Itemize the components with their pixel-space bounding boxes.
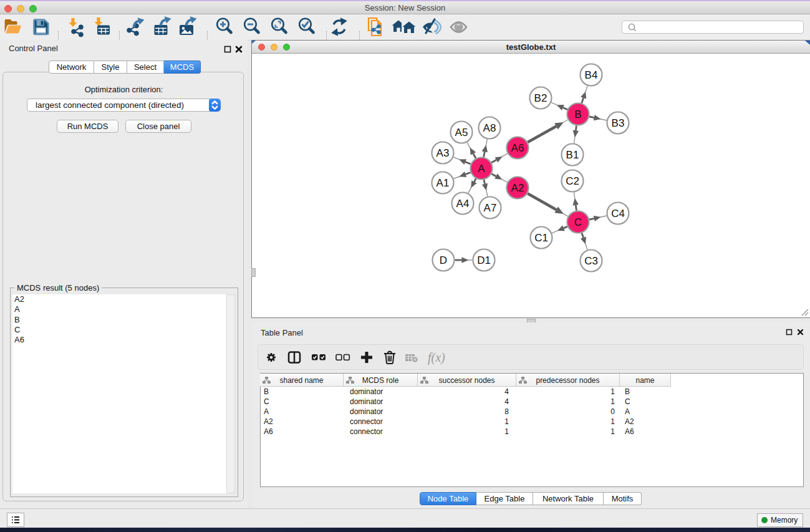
svg-text:f(x): f(x) [428, 351, 445, 365]
svg-text:A5: A5 [455, 127, 468, 138]
svg-text:C3: C3 [584, 255, 598, 267]
svg-text:B2: B2 [534, 92, 547, 104]
svg-text:A2: A2 [511, 182, 524, 194]
svg-text:C4: C4 [611, 208, 625, 220]
svg-text:A: A [478, 163, 485, 175]
svg-text:A3: A3 [436, 147, 450, 159]
svg-text:A8: A8 [483, 122, 496, 134]
svg-text:D1: D1 [477, 254, 491, 266]
svg-text:A1: A1 [436, 177, 450, 189]
svg-text:A6: A6 [511, 142, 524, 154]
svg-text:C2: C2 [566, 175, 579, 187]
svg-text:C: C [574, 216, 582, 228]
svg-text:A4: A4 [456, 198, 470, 210]
svg-text:B4: B4 [585, 69, 598, 81]
svg-text:C1: C1 [534, 232, 548, 244]
svg-text:B1: B1 [566, 149, 579, 161]
svg-text:A7: A7 [484, 202, 497, 214]
svg-text:D: D [440, 254, 447, 266]
svg-text:B: B [574, 109, 581, 120]
svg-text:B3: B3 [612, 117, 625, 129]
